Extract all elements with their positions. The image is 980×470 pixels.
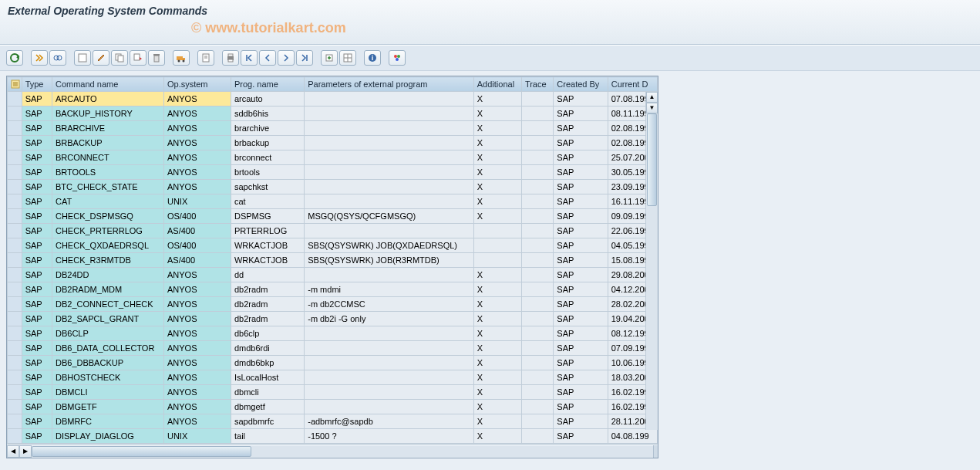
table-row[interactable]: SAPDBMGETFANYOSdbmgetfXSAP16.02.199 [8, 400, 658, 414]
table-row[interactable]: SAPBRARCHIVEANYOSbrarchiveXSAP02.08.199 [8, 121, 658, 136]
cell-trace [521, 180, 553, 194]
resize-handle[interactable] [653, 445, 658, 458]
info-button[interactable]: i [364, 50, 381, 66]
table-row[interactable]: SAPDB6_DBBACKUPANYOSdmdb6bkpXSAP10.06.19… [8, 356, 658, 370]
table-row[interactable]: SAPDB2_CONNECT_CHECKANYOSdb2radm-m db2CC… [8, 297, 658, 312]
delete-button[interactable] [148, 50, 165, 66]
cell-prog: arcauto [231, 92, 304, 107]
select-all-header[interactable] [8, 77, 22, 92]
execute-button[interactable] [31, 50, 48, 66]
refresh-button[interactable] [6, 50, 23, 66]
cell-add [473, 238, 521, 253]
col-opsys[interactable]: Op.system [163, 77, 231, 92]
cell-type: SAP [22, 400, 52, 414]
row-selector[interactable] [8, 297, 22, 312]
horizontal-scrollbar[interactable]: ◀ ▶ [7, 444, 658, 458]
row-selector[interactable] [8, 356, 22, 370]
hscroll-thumb[interactable] [32, 446, 251, 457]
col-cby[interactable]: Created By [554, 77, 608, 92]
row-selector[interactable] [8, 400, 22, 414]
table-row[interactable]: SAPDB2RADM_MDMANYOSdb2radm-m mdmiXSAP04.… [8, 282, 658, 297]
row-selector[interactable] [8, 92, 22, 107]
col-add[interactable]: Additional [473, 77, 521, 92]
row-selector[interactable] [8, 136, 22, 150]
table-row[interactable]: SAPCHECK_DSPMSGQOS/400DSPMSGMSGQ(QSYS/QC… [8, 209, 658, 224]
cell-cby: SAP [554, 180, 608, 194]
vertical-scrollbar[interactable]: ▲ ▼ [645, 92, 658, 430]
table-row[interactable]: SAPBRCONNECTANYOSbrconnectXSAP25.07.200 [8, 150, 658, 165]
cell-cby: SAP [554, 297, 608, 312]
col-params[interactable]: Parameters of external program [305, 77, 474, 92]
first-page-button[interactable] [241, 50, 258, 66]
row-selector[interactable] [8, 253, 22, 268]
prev-page-button[interactable] [259, 50, 276, 66]
col-date[interactable]: Current D [608, 77, 657, 92]
row-selector[interactable] [8, 180, 22, 194]
table-row[interactable]: SAPCHECK_R3RMTDBAS/400WRKACTJOBSBS(QSYSW… [8, 253, 658, 268]
variant-button[interactable] [389, 50, 406, 66]
table-row[interactable]: SAPDISPLAY_DIAGLOGUNIXtail-1500 ?XSAP04.… [8, 429, 658, 444]
truck-button[interactable] [173, 50, 190, 66]
doc-button[interactable] [197, 50, 214, 66]
row-selector[interactable] [8, 370, 22, 385]
scroll-up-icon[interactable]: ▲ [646, 92, 658, 103]
create-button[interactable] [74, 50, 91, 66]
table-row[interactable]: SAPDB6CLPANYOSdb6clpXSAP08.12.199 [8, 326, 658, 341]
cell-type: SAP [22, 268, 52, 282]
table-row[interactable]: SAPDB2_SAPCL_GRANTANYOSdb2radm-m db2i -G… [8, 312, 658, 326]
row-selector[interactable] [8, 385, 22, 400]
export-button[interactable] [321, 50, 338, 66]
row-selector[interactable] [8, 224, 22, 238]
row-selector[interactable] [8, 165, 22, 180]
col-trace[interactable]: Trace [521, 77, 553, 92]
next-page-button[interactable] [278, 50, 295, 66]
cell-cby: SAP [554, 312, 608, 326]
row-selector[interactable] [8, 341, 22, 356]
scroll-down-icon[interactable]: ▼ [646, 103, 658, 113]
scroll-right-icon[interactable]: ▶ [19, 445, 32, 458]
table-row[interactable]: SAPDB24DDANYOSddXSAP29.08.200 [8, 268, 658, 282]
row-selector[interactable] [8, 326, 22, 341]
col-prog[interactable]: Prog. name [231, 77, 304, 92]
row-selector[interactable] [8, 312, 22, 326]
vscroll-thumb[interactable] [647, 113, 657, 206]
row-selector[interactable] [8, 414, 22, 429]
row-selector[interactable] [8, 194, 22, 209]
cell-params [305, 165, 474, 180]
table-row[interactable]: SAPBTC_CHECK_STATEANYOSsapchkstXSAP23.09… [8, 180, 658, 194]
svg-point-27 [396, 58, 399, 61]
row-selector[interactable] [8, 107, 22, 121]
cell-prog: dmdb6bkp [231, 356, 304, 370]
table-row[interactable]: SAPDBMCLIANYOSdbmcliXSAP16.02.199 [8, 385, 658, 400]
last-page-button[interactable] [296, 50, 313, 66]
print-button[interactable] [222, 50, 239, 66]
row-selector[interactable] [8, 282, 22, 297]
table-row[interactable]: SAPCHECK_PRTERRLOGAS/400PRTERRLOGSAP22.0… [8, 224, 658, 238]
transport-button[interactable] [130, 50, 146, 66]
col-cmd[interactable]: Command name [52, 77, 163, 92]
change-button[interactable] [93, 50, 109, 66]
row-selector[interactable] [8, 268, 22, 282]
table-row[interactable]: SAPBRTOOLSANYOSbrtoolsXSAP30.05.199 [8, 165, 658, 180]
table-row[interactable]: SAPBACKUP_HISTORYANYOSsddb6hisXSAP08.11.… [8, 107, 658, 121]
table-row[interactable]: SAPCHECK_QXDAEDRSQLOS/400WRKACTJOBSBS(QS… [8, 238, 658, 253]
row-selector[interactable] [8, 121, 22, 136]
spreadsheet-button[interactable] [339, 50, 356, 66]
cell-type: SAP [22, 121, 52, 136]
table-row[interactable]: SAPDBHOSTCHECKANYOSIsLocalHostXSAP18.03.… [8, 370, 658, 385]
cell-prog: sapdbmrfc [231, 414, 304, 429]
table-row[interactable]: SAPARCAUTOANYOSarcautoXSAP07.08.199 [8, 92, 658, 107]
row-selector[interactable] [8, 150, 22, 165]
table-row[interactable]: SAPDBMRFCANYOSsapdbmrfc-adbmrfc@sapdbXSA… [8, 414, 658, 429]
copy-button[interactable] [111, 50, 128, 66]
row-selector[interactable] [8, 209, 22, 224]
row-selector[interactable] [8, 238, 22, 253]
table-row[interactable]: SAPCATUNIXcatXSAP16.11.199 [8, 194, 658, 209]
scroll-left-icon[interactable]: ◀ [7, 445, 19, 458]
table-row[interactable]: SAPDB6_DATA_COLLECTORANYOSdmdb6rdiXSAP07… [8, 341, 658, 356]
col-type[interactable]: Type [22, 77, 52, 92]
display-button[interactable] [49, 50, 66, 66]
cell-prog: PRTERRLOG [231, 224, 304, 238]
table-row[interactable]: SAPBRBACKUPANYOSbrbackupXSAP02.08.199 [8, 136, 658, 150]
row-selector[interactable] [8, 429, 22, 444]
